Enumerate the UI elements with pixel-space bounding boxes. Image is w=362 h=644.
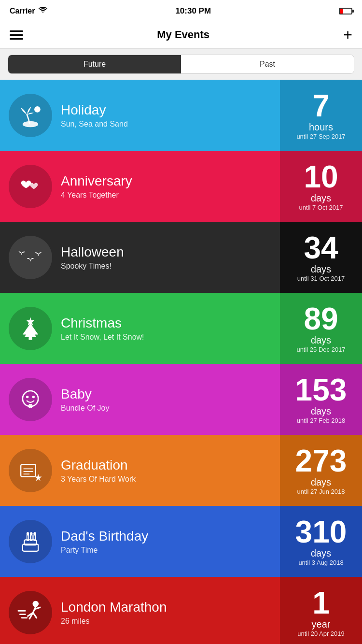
event-unit-holiday: hours xyxy=(309,121,333,133)
hamburger-line-2 xyxy=(10,34,23,36)
wifi-icon xyxy=(39,7,47,15)
segment-past[interactable]: Past xyxy=(181,55,354,73)
event-left-baby: Baby Bundle Of Joy xyxy=(0,364,280,435)
svg-point-22 xyxy=(30,532,32,535)
event-icon-holiday xyxy=(9,94,52,137)
event-title-christmas: Christmas xyxy=(61,315,271,331)
event-left-graduation: Graduation 3 Years Of Hard Work xyxy=(0,435,280,506)
event-countdown-birthday: 310 days until 3 Aug 2018 xyxy=(280,506,362,577)
event-text-birthday: Dad's Birthday Party Time xyxy=(61,529,271,555)
event-until-christmas: until 25 Dec 2017 xyxy=(296,346,345,353)
event-subtitle-halloween: Spooky Times! xyxy=(61,262,271,271)
event-card-baby[interactable]: Baby Bundle Of Joy 153 days until 27 Feb… xyxy=(0,364,362,435)
event-text-halloween: Halloween Spooky Times! xyxy=(61,244,271,271)
add-event-button[interactable]: + xyxy=(343,27,352,43)
event-countdown-christmas: 89 days until 25 Dec 2017 xyxy=(280,293,362,364)
event-subtitle-graduation: 3 Years Of Hard Work xyxy=(61,475,271,484)
event-left-christmas: Christmas Let It Snow, Let It Snow! xyxy=(0,293,280,364)
battery-indicator xyxy=(339,8,352,14)
event-unit-baby: days xyxy=(311,405,331,417)
event-text-graduation: Graduation 3 Years Of Hard Work xyxy=(61,458,271,484)
event-count-baby: 153 xyxy=(295,374,347,405)
event-countdown-halloween: 34 days until 31 Oct 2017 xyxy=(280,222,362,293)
event-left-halloween: Halloween Spooky Times! xyxy=(0,222,280,293)
event-title-marathon: London Marathon xyxy=(61,600,271,615)
carrier-label: Carrier xyxy=(10,7,35,15)
event-title-graduation: Graduation xyxy=(61,458,271,473)
event-unit-halloween: days xyxy=(311,263,331,275)
event-text-christmas: Christmas Let It Snow, Let It Snow! xyxy=(61,315,271,342)
event-title-baby: Baby xyxy=(61,386,271,402)
event-countdown-marathon: 1 year until 20 Apr 2019 xyxy=(280,577,362,644)
page-title: My Events xyxy=(157,29,209,41)
event-card-marathon[interactable]: London Marathon 26 miles 1 year until 20… xyxy=(0,577,362,644)
event-card-halloween[interactable]: Halloween Spooky Times! 34 days until 31… xyxy=(0,222,362,293)
svg-point-23 xyxy=(33,532,36,535)
event-unit-marathon: year xyxy=(312,618,331,630)
event-icon-halloween xyxy=(9,236,52,279)
segment-future[interactable]: Future xyxy=(8,55,181,73)
event-text-baby: Baby Bundle Of Joy xyxy=(61,386,271,413)
event-until-birthday: until 3 Aug 2018 xyxy=(298,559,343,566)
event-card-holiday[interactable]: Holiday Sun, Sea and Sand 7 hours until … xyxy=(0,80,362,151)
event-count-graduation: 273 xyxy=(295,445,347,476)
status-bar: Carrier 10:30 PM xyxy=(0,0,362,21)
event-text-anniversary: Anniversary 4 Years Together xyxy=(61,173,271,200)
event-unit-anniversary: days xyxy=(311,192,331,204)
event-card-christmas[interactable]: Christmas Let It Snow, Let It Snow! 89 d… xyxy=(0,293,362,364)
nav-bar: My Events + xyxy=(0,21,362,49)
event-icon-baby xyxy=(9,378,52,421)
menu-button[interactable] xyxy=(10,30,23,40)
status-time: 10:30 PM xyxy=(175,6,211,16)
event-until-marathon: until 20 Apr 2019 xyxy=(297,630,345,637)
event-card-graduation[interactable]: Graduation 3 Years Of Hard Work 273 days… xyxy=(0,435,362,506)
event-count-holiday: 7 xyxy=(312,90,330,121)
event-count-anniversary: 10 xyxy=(304,161,338,192)
event-subtitle-baby: Bundle Of Joy xyxy=(61,404,271,413)
svg-rect-11 xyxy=(21,464,36,476)
event-text-marathon: London Marathon 26 miles xyxy=(61,600,271,626)
event-until-halloween: until 31 Oct 2017 xyxy=(297,275,345,282)
events-list: Holiday Sun, Sea and Sand 7 hours until … xyxy=(0,80,362,644)
event-unit-christmas: days xyxy=(311,334,331,346)
event-count-birthday: 310 xyxy=(295,516,347,547)
event-title-halloween: Halloween xyxy=(61,244,271,260)
svg-point-7 xyxy=(26,395,28,398)
battery-fill xyxy=(340,9,343,14)
event-count-halloween: 34 xyxy=(304,232,338,263)
event-subtitle-birthday: Party Time xyxy=(61,546,271,555)
event-unit-graduation: days xyxy=(311,476,331,488)
event-countdown-holiday: 7 hours until 27 Sep 2017 xyxy=(280,80,362,151)
event-until-baby: until 27 Feb 2018 xyxy=(297,417,345,424)
event-left-holiday: Holiday Sun, Sea and Sand xyxy=(0,80,280,151)
event-title-anniversary: Anniversary xyxy=(61,173,271,189)
event-text-holiday: Holiday Sun, Sea and Sand xyxy=(61,102,271,129)
event-count-christmas: 89 xyxy=(304,303,338,334)
event-left-marathon: London Marathon 26 miles xyxy=(0,577,280,644)
event-icon-anniversary xyxy=(9,165,52,208)
svg-point-21 xyxy=(27,532,29,535)
event-subtitle-marathon: 26 miles xyxy=(61,617,271,626)
event-subtitle-anniversary: 4 Years Together xyxy=(61,191,271,200)
event-until-anniversary: until 7 Oct 2017 xyxy=(299,204,343,211)
svg-point-8 xyxy=(32,395,35,398)
event-unit-birthday: days xyxy=(311,547,331,559)
event-icon-christmas xyxy=(9,307,52,350)
svg-rect-5 xyxy=(28,337,32,340)
hamburger-line-3 xyxy=(10,38,23,40)
event-card-anniversary[interactable]: Anniversary 4 Years Together 10 days unt… xyxy=(0,151,362,222)
event-subtitle-christmas: Let It Snow, Let It Snow! xyxy=(61,333,271,342)
event-title-holiday: Holiday xyxy=(61,102,271,118)
event-left-anniversary: Anniversary 4 Years Together xyxy=(0,151,280,222)
event-countdown-anniversary: 10 days until 7 Oct 2017 xyxy=(280,151,362,222)
event-until-graduation: until 27 Jun 2018 xyxy=(297,488,345,495)
svg-rect-10 xyxy=(29,405,31,407)
svg-point-0 xyxy=(23,121,38,127)
event-title-birthday: Dad's Birthday xyxy=(61,529,271,544)
event-icon-birthday xyxy=(9,520,52,563)
event-countdown-graduation: 273 days until 27 Jun 2018 xyxy=(280,435,362,506)
svg-point-24 xyxy=(33,601,39,607)
battery-icon xyxy=(339,8,352,14)
event-count-marathon: 1 xyxy=(312,587,330,618)
event-card-birthday[interactable]: Dad's Birthday Party Time 310 days until… xyxy=(0,506,362,577)
